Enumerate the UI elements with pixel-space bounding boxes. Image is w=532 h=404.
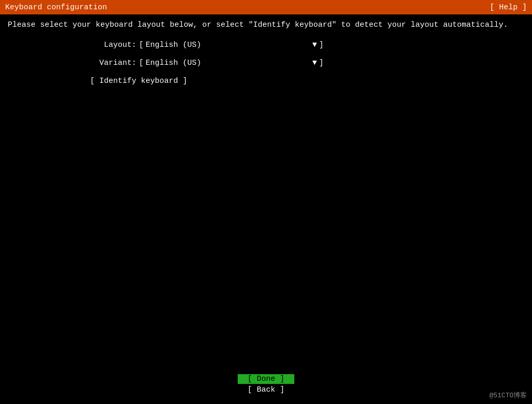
done-button[interactable]: [ Done ] (238, 374, 294, 384)
back-button[interactable]: [ Back ] (238, 385, 294, 395)
layout-bracket-open: [ (139, 41, 144, 49)
help-button[interactable]: [ Help ] (490, 3, 527, 12)
variant-dropdown[interactable]: [ English (US) ▼ ] (139, 59, 324, 67)
variant-bracket-open: [ (139, 59, 144, 67)
layout-value: English (US) (146, 41, 310, 49)
layout-dropdown[interactable]: [ English (US) ▼ ] (139, 41, 324, 49)
variant-value: English (US) (146, 59, 310, 67)
layout-label: Layout: (90, 41, 136, 49)
variant-row: Variant: [ English (US) ▼ ] (90, 59, 524, 67)
variant-arrow: ▼ (312, 59, 317, 67)
watermark: @51CTO博客 (489, 391, 527, 400)
variant-bracket-close: ] (319, 59, 324, 67)
bottom-buttons: [ Done ] [ Back ] (238, 374, 294, 395)
variant-label: Variant: (90, 59, 136, 67)
layout-bracket-close: ] (319, 41, 324, 49)
identify-keyboard-button[interactable]: [ Identify keyboard ] (90, 77, 524, 85)
title-bar: Keyboard configuration [ Help ] (0, 0, 532, 14)
layout-arrow: ▼ (312, 41, 317, 49)
main-content: Please select your keyboard layout below… (0, 14, 532, 96)
layout-row: Layout: [ English (US) ▼ ] (90, 41, 524, 49)
title-text: Keyboard configuration (5, 3, 107, 12)
description-text: Please select your keyboard layout below… (8, 20, 524, 30)
